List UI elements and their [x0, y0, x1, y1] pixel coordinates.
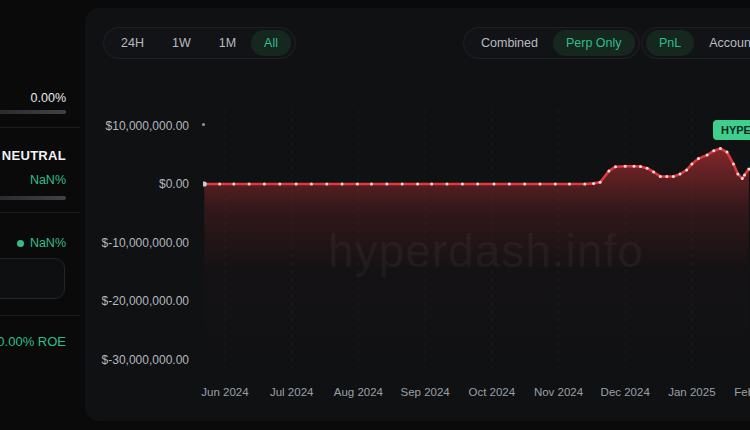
y-tick: $-10,000,000.00: [85, 236, 189, 250]
mode-button-perp-only[interactable]: Perp Only: [553, 30, 635, 57]
sentiment-label: NEUTRAL: [0, 148, 66, 163]
y-tick: $-30,000,000.00: [85, 353, 189, 367]
funding-rate-value: 0.00%: [0, 91, 66, 105]
dashboard-root: 0.00% NEUTRAL NaN% NaN% 0.00% ROE 24H1W1…: [0, 0, 750, 430]
mode-group: CombinedPerp Only: [463, 27, 640, 59]
ratio-bar-top: [0, 110, 66, 114]
y-tick: $-20,000,000.00: [85, 294, 189, 308]
long-short-row: NaN%: [0, 236, 66, 250]
long-dot-icon: [17, 240, 24, 247]
range-button-1m[interactable]: 1M: [206, 30, 249, 57]
x-tick-aug-2024: Aug 2024: [334, 386, 383, 398]
pnl-chart[interactable]: [203, 110, 750, 370]
divider: [0, 212, 80, 213]
mode-button-combined[interactable]: Combined: [468, 30, 551, 57]
y-tick: $10,000,000.00: [85, 119, 189, 133]
sentiment-value: NaN%: [0, 173, 66, 187]
ratio-bar-sentiment: [0, 196, 66, 200]
x-tick-jun-2024: Jun 2024: [201, 386, 248, 398]
divider: [0, 315, 80, 316]
range-button-all[interactable]: All: [251, 30, 291, 57]
view-button-pnl[interactable]: PnL: [646, 30, 694, 57]
pnl-area: [204, 149, 749, 370]
view-button-account-value[interactable]: Account Value: [696, 30, 750, 57]
x-tick-feb-2025: Feb 2025: [734, 386, 750, 398]
long-short-value: NaN%: [30, 236, 66, 250]
sidebar-card[interactable]: [0, 258, 65, 299]
x-tick-dec-2024: Dec 2024: [601, 386, 650, 398]
time-range-group: 24H1W1MAll: [103, 27, 296, 59]
view-group: PnLAccount Value: [641, 27, 750, 59]
x-tick-oct-2024: Oct 2024: [468, 386, 515, 398]
range-button-24h[interactable]: 24H: [108, 30, 157, 57]
x-tick-sep-2024: Sep 2024: [400, 386, 449, 398]
roe-value: 0.00% ROE: [0, 334, 66, 349]
x-tick-jan-2025: Jan 2025: [668, 386, 715, 398]
range-button-1w[interactable]: 1W: [159, 30, 204, 57]
divider: [0, 127, 80, 128]
hype-token-badge[interactable]: HYPE $: [713, 120, 750, 140]
y-tick: $0.00: [85, 177, 189, 191]
x-tick-jul-2024: Jul 2024: [270, 386, 313, 398]
chart-card: 24H1W1MAll CombinedPerp Only PnLAccount …: [85, 8, 750, 421]
x-tick-nov-2024: Nov 2024: [534, 386, 583, 398]
